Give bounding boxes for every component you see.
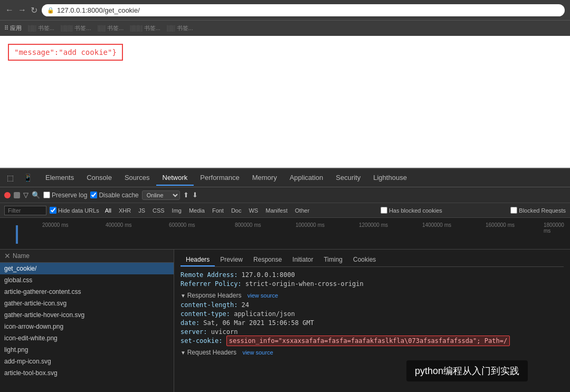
filter-icon[interactable]: ▽ bbox=[23, 191, 28, 199]
has-blocked-cookies: Has blocked cookies bbox=[381, 207, 442, 214]
filter-all[interactable]: All bbox=[102, 207, 114, 214]
filter-types: All XHR JS CSS Img Media Font Doc WS Man… bbox=[102, 207, 312, 214]
file-list-header: ✕ Name bbox=[0, 250, 174, 263]
tab-lighthouse[interactable]: Lighthouse bbox=[367, 170, 413, 186]
file-item-add-mp[interactable]: add-mp-icon.svg bbox=[0, 356, 174, 367]
filter-ws[interactable]: WS bbox=[246, 207, 261, 214]
date-row: date: Sat, 06 Mar 2021 15:06:58 GMT bbox=[180, 319, 564, 327]
tab-console[interactable]: Console bbox=[80, 170, 118, 186]
file-item-article-gatherer[interactable]: article-gatherer-content.css bbox=[0, 286, 174, 298]
headers-tab-preview[interactable]: Preview bbox=[215, 254, 248, 266]
wechat-watermark: python编程从入门到实践 bbox=[406, 360, 528, 381]
content-length-row: content-length: 24 bbox=[180, 301, 564, 309]
disable-cache-checkbox[interactable]: Disable cache bbox=[90, 192, 138, 199]
filter-manifest[interactable]: Manifest bbox=[263, 207, 290, 214]
tab-sources[interactable]: Sources bbox=[118, 170, 156, 186]
filter-doc[interactable]: Doc bbox=[229, 207, 244, 214]
date-label: date: bbox=[180, 319, 203, 327]
headers-tab-initiator[interactable]: Initiator bbox=[287, 254, 318, 266]
file-item-light[interactable]: light.png bbox=[0, 344, 174, 356]
view-source-link[interactable]: view source bbox=[248, 292, 278, 299]
timeline-label-5: 1000000 ms bbox=[296, 222, 325, 228]
filter-css[interactable]: CSS bbox=[150, 207, 167, 214]
preserve-log-input[interactable] bbox=[43, 192, 50, 198]
content-type-label: content-type: bbox=[180, 310, 234, 318]
name-column-header: Name bbox=[13, 252, 30, 260]
network-toolbar: ▽ 🔍 Preserve log Disable cache Online Fa… bbox=[0, 187, 570, 203]
headers-tab-cookies[interactable]: Cookies bbox=[348, 254, 381, 266]
server-row: server: uvicorn bbox=[180, 328, 564, 336]
file-item-arrow-down[interactable]: icon-arrow-down.png bbox=[0, 321, 174, 332]
close-panel-icon[interactable]: ✕ bbox=[4, 252, 11, 260]
timeline: 200000 ms 400000 ms 600000 ms 800000 ms … bbox=[0, 218, 570, 250]
record-button[interactable] bbox=[4, 192, 11, 198]
filter-img[interactable]: Img bbox=[169, 207, 184, 214]
set-cookie-label: set-cookie: bbox=[180, 337, 226, 345]
browser-chrome: ← → ↻ 🔒 127.0.0.1:8000/get_cookie/ ⠿ 应用 … bbox=[0, 0, 570, 36]
file-item-global-css[interactable]: global.css bbox=[0, 274, 174, 286]
back-button[interactable]: ← bbox=[5, 5, 14, 15]
hide-data-urls-input[interactable] bbox=[50, 207, 56, 214]
preserve-log-checkbox[interactable]: Preserve log bbox=[43, 192, 87, 199]
cookie-message: "message":"add cookie"} bbox=[8, 44, 123, 61]
address-bar[interactable]: 🔒 127.0.0.1:8000/get_cookie/ bbox=[42, 4, 565, 16]
headers-tab-response[interactable]: Response bbox=[248, 254, 287, 266]
blocked-requests-input[interactable] bbox=[510, 207, 517, 214]
filter-input[interactable] bbox=[4, 206, 46, 215]
forward-button[interactable]: → bbox=[18, 5, 26, 15]
file-item-gather-hover[interactable]: gather-article-hover-icon.svg bbox=[0, 309, 174, 321]
view-source-link-2[interactable]: view source bbox=[242, 349, 273, 356]
disable-cache-input[interactable] bbox=[90, 192, 97, 198]
request-headers-title[interactable]: Request Headers view source bbox=[180, 349, 564, 356]
hide-data-urls-checkbox[interactable]: Hide data URLs bbox=[50, 207, 99, 214]
tab-security[interactable]: Security bbox=[329, 170, 367, 186]
apps-label: ⠿ 应用 bbox=[4, 24, 22, 32]
device-icon[interactable]: 📱 bbox=[19, 171, 36, 184]
filter-xhr[interactable]: XHR bbox=[116, 207, 134, 214]
headers-tab-headers[interactable]: Headers bbox=[180, 254, 215, 266]
timeline-label-9: 1800000 ms bbox=[544, 222, 570, 234]
set-cookie-row: set-cookie: session_info="xsxaxsafafa=fa… bbox=[180, 337, 564, 345]
hide-data-urls-label: Hide data URLs bbox=[58, 207, 99, 214]
file-item-article-tool[interactable]: article-tool-box.svg bbox=[0, 367, 174, 379]
filter-bar: Hide data URLs All XHR JS CSS Img Media … bbox=[0, 203, 570, 218]
inspect-icon[interactable]: ⬚ bbox=[3, 171, 18, 184]
tab-elements[interactable]: Elements bbox=[39, 170, 80, 186]
filter-font[interactable]: Font bbox=[210, 207, 226, 214]
filter-media[interactable]: Media bbox=[186, 207, 207, 214]
has-blocked-label: Has blocked cookies bbox=[389, 207, 442, 214]
timeline-label-2: 400000 ms bbox=[106, 222, 131, 228]
filter-js[interactable]: JS bbox=[136, 207, 148, 214]
referrer-policy-row: Referrer Policy: strict-origin-when-cros… bbox=[180, 280, 564, 288]
download-icon: ⬇ bbox=[192, 191, 198, 199]
bookmark-1[interactable]: ░░ 书签... bbox=[28, 24, 54, 32]
headers-tab-bar: Headers Preview Response Initiator Timin… bbox=[180, 254, 564, 267]
upload-icon: ⬆ bbox=[183, 191, 189, 199]
file-item-get-cookie[interactable]: get_cookie/ bbox=[0, 263, 174, 274]
bookmark-2[interactable]: ░░░ 书签... bbox=[61, 24, 91, 32]
timeline-label-7: 1400000 ms bbox=[422, 222, 451, 228]
stop-button[interactable] bbox=[14, 192, 20, 198]
tab-memory[interactable]: Memory bbox=[246, 170, 283, 186]
file-list: ✕ Name get_cookie/ global.css article-ga… bbox=[0, 250, 174, 392]
remote-address-label: Remote Address: bbox=[180, 271, 242, 279]
timeline-label-1: 200000 ms bbox=[42, 222, 68, 228]
remote-address-row: Remote Address: 127.0.0.1:8000 bbox=[180, 271, 564, 279]
filter-other[interactable]: Other bbox=[292, 207, 312, 214]
file-item-edit-white[interactable]: icon-edit-white.png bbox=[0, 332, 174, 344]
throttle-select[interactable]: Online Fast 3G Slow 3G bbox=[142, 190, 180, 200]
tab-performance[interactable]: Performance bbox=[194, 170, 245, 186]
response-headers-title[interactable]: Response Headers view source bbox=[180, 292, 564, 299]
bookmark-4[interactable]: ░░░ 书签... bbox=[130, 24, 160, 32]
reload-button[interactable]: ↻ bbox=[31, 5, 37, 15]
tab-network[interactable]: Network bbox=[156, 170, 194, 186]
has-blocked-input[interactable] bbox=[381, 207, 387, 214]
headers-tab-timing[interactable]: Timing bbox=[318, 254, 348, 266]
bookmark-5[interactable]: ░░ 书签... bbox=[167, 24, 193, 32]
bookmark-3[interactable]: ░░ 书签... bbox=[97, 24, 124, 32]
file-item-gather-icon[interactable]: gather-article-icon.svg bbox=[0, 298, 174, 309]
tab-application[interactable]: Application bbox=[283, 170, 330, 186]
search-icon[interactable]: 🔍 bbox=[32, 191, 40, 199]
blocked-requests: Blocked Requests bbox=[510, 207, 566, 214]
disable-cache-label: Disable cache bbox=[99, 192, 138, 199]
